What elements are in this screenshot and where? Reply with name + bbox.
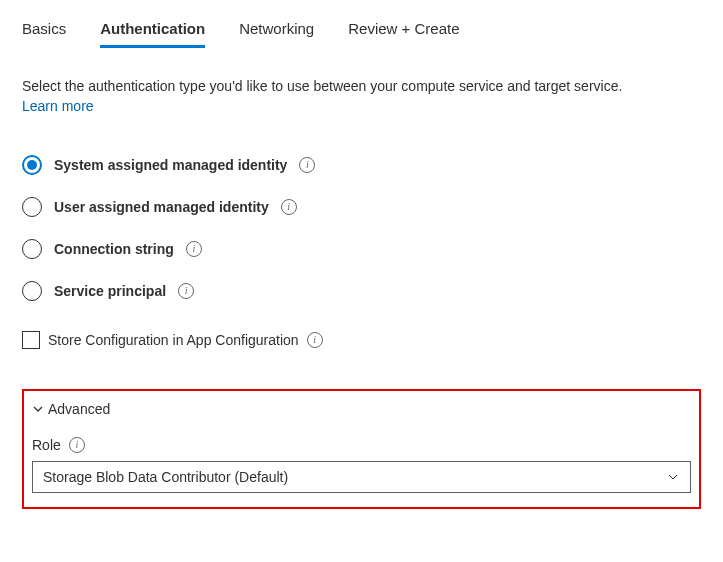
store-config-row: Store Configuration in App Configuration… xyxy=(22,331,701,349)
radio-system-assigned[interactable] xyxy=(22,155,42,175)
role-dropdown-value: Storage Blob Data Contributor (Default) xyxy=(43,469,288,485)
info-icon[interactable]: i xyxy=(178,283,194,299)
role-dropdown[interactable]: Storage Blob Data Contributor (Default) xyxy=(32,461,691,493)
description-text: Select the authentication type you'd lik… xyxy=(22,76,662,117)
store-config-label: Store Configuration in App Configuration xyxy=(48,332,299,348)
tab-basics[interactable]: Basics xyxy=(22,20,66,48)
tab-review-create[interactable]: Review + Create xyxy=(348,20,459,48)
advanced-toggle[interactable]: Advanced xyxy=(32,401,691,417)
tab-networking[interactable]: Networking xyxy=(239,20,314,48)
radio-row-service-principal: Service principal i xyxy=(22,281,701,301)
radio-label-conn: Connection string xyxy=(54,241,174,257)
info-icon[interactable]: i xyxy=(69,437,85,453)
radio-label-user: User assigned managed identity xyxy=(54,199,269,215)
advanced-section: Advanced Role i Storage Blob Data Contri… xyxy=(22,389,701,509)
radio-connection-string[interactable] xyxy=(22,239,42,259)
auth-type-radio-group: System assigned managed identity i User … xyxy=(22,155,701,301)
info-icon[interactable]: i xyxy=(281,199,297,215)
radio-row-user: User assigned managed identity i xyxy=(22,197,701,217)
description-body: Select the authentication type you'd lik… xyxy=(22,78,622,94)
role-label: Role xyxy=(32,437,61,453)
radio-label-system: System assigned managed identity xyxy=(54,157,287,173)
tab-bar: Basics Authentication Networking Review … xyxy=(22,20,701,48)
store-config-checkbox[interactable] xyxy=(22,331,40,349)
radio-row-system: System assigned managed identity i xyxy=(22,155,701,175)
advanced-title: Advanced xyxy=(48,401,110,417)
radio-service-principal[interactable] xyxy=(22,281,42,301)
tab-authentication[interactable]: Authentication xyxy=(100,20,205,48)
radio-label-sp: Service principal xyxy=(54,283,166,299)
info-icon[interactable]: i xyxy=(307,332,323,348)
chevron-down-icon xyxy=(32,403,44,415)
info-icon[interactable]: i xyxy=(299,157,315,173)
radio-row-connection-string: Connection string i xyxy=(22,239,701,259)
learn-more-link[interactable]: Learn more xyxy=(22,98,94,114)
info-icon[interactable]: i xyxy=(186,241,202,257)
radio-user-assigned[interactable] xyxy=(22,197,42,217)
chevron-down-icon xyxy=(666,470,680,484)
role-label-row: Role i xyxy=(32,437,691,453)
